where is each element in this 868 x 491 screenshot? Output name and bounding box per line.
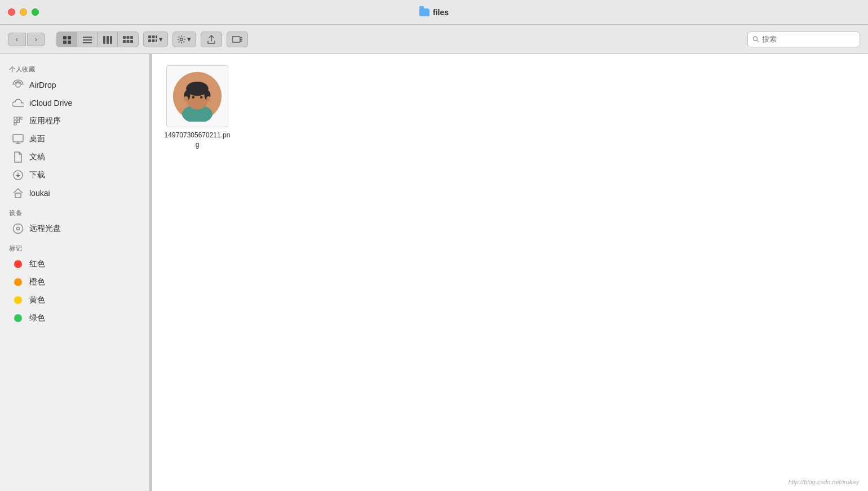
svg-rect-17 bbox=[152, 35, 155, 38]
svg-point-26 bbox=[16, 83, 20, 87]
close-button[interactable] bbox=[8, 8, 15, 16]
favorites-header: 个人收藏 bbox=[0, 59, 152, 76]
devices-header: 设备 bbox=[0, 202, 152, 220]
svg-rect-16 bbox=[148, 35, 151, 38]
group-button[interactable]: ▾ bbox=[143, 32, 168, 47]
share-icon bbox=[207, 35, 215, 44]
search-input[interactable] bbox=[762, 35, 855, 43]
sidebar-item-desktop[interactable]: 桌面 bbox=[3, 131, 148, 148]
search-icon bbox=[752, 35, 759, 43]
grid-icon bbox=[63, 35, 72, 44]
svg-point-41 bbox=[192, 96, 195, 99]
group-chevron: ▾ bbox=[159, 35, 163, 43]
sidebar-item-orange[interactable]: 橙色 bbox=[3, 274, 148, 291]
document-icon bbox=[12, 151, 24, 163]
view-column-button[interactable] bbox=[98, 32, 118, 47]
svg-rect-0 bbox=[63, 36, 67, 39]
view-toggle bbox=[56, 32, 139, 47]
file-grid: 149707305670211.png bbox=[163, 65, 857, 150]
file-area: 149707305670211.png bbox=[152, 54, 868, 491]
svg-rect-10 bbox=[123, 36, 126, 39]
view-gallery-button[interactable] bbox=[118, 32, 138, 47]
sidebar-item-label: 橙色 bbox=[29, 277, 45, 287]
view-icon-button[interactable] bbox=[57, 32, 77, 47]
tag-icon bbox=[232, 36, 242, 43]
watermark: http://blog.csdn.net/irokay bbox=[789, 479, 859, 485]
view-list-button[interactable] bbox=[77, 32, 98, 47]
disc-icon bbox=[12, 223, 24, 234]
maximize-button[interactable] bbox=[32, 8, 39, 16]
list-icon bbox=[83, 37, 92, 43]
back-button[interactable]: ‹ bbox=[8, 33, 26, 46]
apps-icon bbox=[12, 115, 24, 127]
orange-tag-icon bbox=[12, 276, 24, 288]
svg-rect-15 bbox=[130, 40, 133, 43]
svg-rect-19 bbox=[148, 39, 151, 42]
svg-line-25 bbox=[757, 41, 759, 42]
sidebar-item-loukai[interactable]: loukai bbox=[3, 185, 148, 202]
svg-point-32 bbox=[14, 224, 23, 234]
share-button[interactable] bbox=[201, 32, 222, 47]
sidebar-item-downloads[interactable]: 下载 bbox=[3, 167, 148, 184]
svg-rect-5 bbox=[83, 39, 92, 41]
sidebar-item-airdrop[interactable]: AirDrop bbox=[3, 77, 148, 93]
minimize-button[interactable] bbox=[20, 8, 27, 16]
svg-point-43 bbox=[184, 96, 188, 101]
sidebar-item-documents[interactable]: 文稿 bbox=[3, 149, 148, 166]
sidebar-resizer[interactable] bbox=[149, 54, 152, 491]
main-content: 个人收藏 AirDrop iCloud Drive bbox=[0, 54, 868, 491]
sidebar-item-optical[interactable]: 远程光盘 bbox=[3, 220, 148, 237]
action-button[interactable]: ▾ bbox=[172, 32, 196, 47]
sidebar-item-label: 红色 bbox=[29, 259, 45, 269]
group-icon bbox=[148, 35, 157, 43]
titlebar: files bbox=[0, 0, 868, 25]
sidebar-item-label: loukai bbox=[29, 189, 50, 198]
svg-rect-13 bbox=[123, 40, 126, 43]
svg-rect-21 bbox=[156, 39, 157, 42]
svg-rect-18 bbox=[156, 35, 157, 38]
sidebar-item-label: 绿色 bbox=[29, 313, 45, 323]
svg-rect-31 bbox=[15, 193, 21, 198]
airdrop-icon bbox=[12, 79, 24, 91]
sidebar-item-label: 文稿 bbox=[29, 152, 45, 162]
sidebar-item-icloud[interactable]: iCloud Drive bbox=[3, 95, 148, 111]
home-icon bbox=[12, 188, 24, 199]
sidebar-item-label: 下载 bbox=[29, 170, 45, 180]
file-name: 149707305670211.png bbox=[163, 131, 231, 150]
svg-rect-2 bbox=[63, 41, 67, 44]
svg-point-44 bbox=[206, 96, 210, 101]
forward-button[interactable]: › bbox=[27, 33, 45, 46]
action-chevron: ▾ bbox=[187, 35, 191, 43]
red-tag-icon bbox=[12, 258, 24, 270]
sidebar-item-apps[interactable]: 应用程序 bbox=[3, 113, 148, 130]
svg-point-24 bbox=[753, 37, 757, 41]
sidebar: 个人收藏 AirDrop iCloud Drive bbox=[0, 54, 152, 491]
sidebar-item-red[interactable]: 红色 bbox=[3, 256, 148, 273]
yellow-tag-icon bbox=[12, 294, 24, 306]
sidebar-item-yellow[interactable]: 黄色 bbox=[3, 292, 148, 309]
toolbar: ‹ › bbox=[0, 25, 868, 54]
download-icon bbox=[12, 169, 24, 181]
nav-buttons: ‹ › bbox=[8, 33, 45, 46]
gear-icon bbox=[178, 35, 185, 43]
tags-header: 标记 bbox=[0, 238, 152, 255]
svg-rect-11 bbox=[127, 36, 130, 39]
file-item[interactable]: 149707305670211.png bbox=[163, 65, 231, 150]
svg-point-22 bbox=[180, 38, 183, 41]
search-box[interactable] bbox=[747, 32, 860, 47]
sidebar-item-label: 远程光盘 bbox=[29, 224, 61, 234]
green-tag-icon bbox=[12, 313, 24, 324]
window-title: files bbox=[419, 8, 449, 17]
svg-rect-4 bbox=[83, 37, 92, 38]
sidebar-item-label: 桌面 bbox=[29, 134, 45, 144]
svg-point-42 bbox=[200, 96, 203, 99]
svg-rect-9 bbox=[110, 36, 112, 44]
sidebar-item-green[interactable]: 绿色 bbox=[3, 310, 148, 327]
svg-rect-14 bbox=[127, 40, 130, 43]
svg-rect-12 bbox=[130, 36, 133, 39]
sidebar-item-label: 黄色 bbox=[29, 295, 45, 305]
cloud-icon bbox=[12, 97, 24, 109]
tag-button[interactable] bbox=[227, 32, 248, 47]
desktop-icon bbox=[12, 133, 24, 145]
svg-rect-7 bbox=[103, 36, 105, 44]
